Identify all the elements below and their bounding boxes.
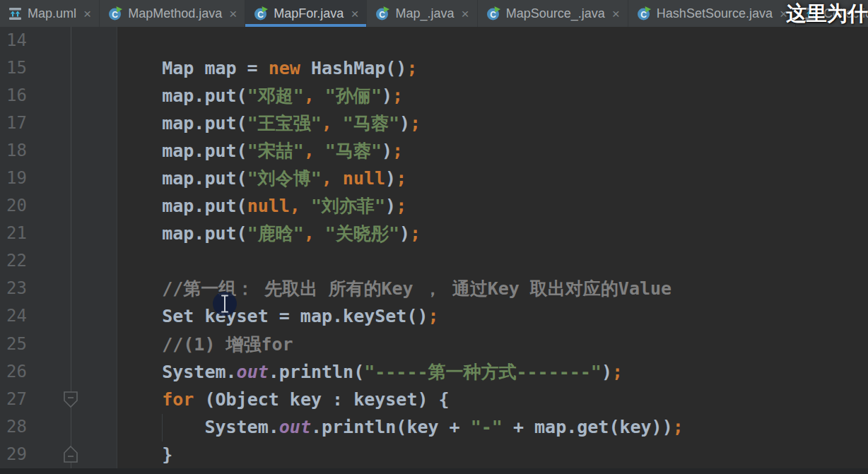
token-plain: System.: [119, 362, 237, 382]
code-line-19[interactable]: 19 map.put("刘令博", null);: [0, 165, 868, 192]
token-string: "马蓉": [325, 141, 382, 161]
token-plain: Set keyset = map.keySet(): [119, 306, 428, 326]
token-comment: //第一组： 先取出 所有的Key ， 通过Key 取出对应的Value: [119, 278, 671, 299]
tab-mapfor-java[interactable]: C MapFor.java×: [245, 0, 367, 27]
close-tab-icon[interactable]: ×: [612, 7, 620, 20]
code-text: map.put("鹿晗", "关晓彤");: [117, 220, 868, 247]
token-punct: ;: [396, 168, 406, 189]
code-line-20[interactable]: 20 map.put(null, "刘亦菲");: [0, 192, 868, 220]
annotation-overlay-text: 这里为什: [786, 0, 868, 28]
close-tab-icon[interactable]: ×: [83, 7, 91, 20]
code-line-28[interactable]: 28 System.out.println(key + "-" + map.ge…: [0, 413, 868, 441]
code-text: //(1) 增强for: [117, 331, 868, 358]
token-punct: ,: [304, 223, 315, 244]
token-string: "邓超": [247, 85, 304, 106]
code-line-18[interactable]: 18 map.put("宋喆", "马蓉");: [0, 137, 868, 165]
code-line-22[interactable]: 22: [0, 247, 868, 275]
token-plain: [315, 141, 325, 161]
code-line-23[interactable]: 23 //第一组： 先取出 所有的Key ， 通过Key 取出对应的Value: [0, 275, 868, 302]
token-keyword: for: [162, 389, 194, 410]
token-keyword: new: [269, 58, 300, 78]
tab-mapsource-java[interactable]: C MapSource_.java×: [478, 0, 628, 27]
code-line-27[interactable]: 27 for (Object key : keyset) {: [0, 386, 868, 413]
ide-window: Map.uml× C MapMethod.java× C MapFor.java…: [0, 0, 868, 474]
code-line-29[interactable]: 29 }: [0, 441, 868, 468]
line-number: 22: [0, 247, 117, 275]
line-number: 14: [0, 27, 117, 54]
token-string: "鹿晗": [247, 223, 304, 244]
token-plain: ): [385, 196, 396, 216]
code-line-17[interactable]: 17 map.put("王宝强", "马蓉");: [0, 109, 868, 137]
tab-map-uml[interactable]: Map.uml×: [0, 0, 100, 27]
i-beam-icon: [220, 294, 230, 314]
token-plain: map.put(: [119, 141, 247, 161]
tab-label: Map.uml: [28, 6, 76, 21]
editor-tab-bar: Map.uml× C MapMethod.java× C MapFor.java…: [0, 0, 868, 27]
token-punct: ,: [290, 196, 300, 216]
close-tab-icon[interactable]: ×: [462, 7, 469, 20]
window-bottom-edge: [0, 468, 868, 474]
token-string: "-": [471, 417, 503, 437]
fold-collapse-end-icon[interactable]: [62, 445, 79, 463]
text-cursor-pointer: [213, 292, 237, 316]
code-line-15[interactable]: 15 Map map = new HashMap();: [0, 54, 868, 82]
code-line-25[interactable]: 25 //(1) 增强for: [0, 331, 868, 358]
tab-mapmethod-java[interactable]: C MapMethod.java×: [100, 0, 245, 27]
code-text: map.put("宋喆", "马蓉");: [117, 137, 868, 165]
code-text: map.put(null, "刘亦菲");: [117, 192, 868, 220]
token-string: "孙俪": [325, 85, 382, 106]
java-class-icon: C: [486, 6, 501, 21]
code-line-21[interactable]: 21 map.put("鹿晗", "关晓彤");: [0, 220, 868, 247]
code-text: [117, 247, 868, 275]
token-plain: Map map =: [119, 58, 269, 78]
token-punct: ;: [428, 306, 439, 326]
line-number: 23: [0, 275, 117, 302]
close-tab-icon[interactable]: ×: [229, 7, 237, 20]
close-tab-icon[interactable]: ×: [351, 7, 358, 20]
token-plain: [300, 196, 311, 216]
token-plain: [315, 85, 325, 106]
token-string: "关晓彤": [325, 223, 399, 244]
token-plain: ): [382, 141, 392, 161]
line-number: 15: [0, 54, 117, 82]
token-plain: .println(key +: [311, 417, 471, 437]
token-punct: ;: [396, 196, 406, 216]
token-plain: ): [399, 113, 410, 134]
token-plain: [119, 389, 162, 410]
line-number: 21: [0, 220, 117, 247]
line-number: 28: [0, 413, 117, 441]
token-plain: (Object key : keyset) {: [194, 389, 449, 410]
token-plain: ): [385, 168, 396, 189]
line-number: 19: [0, 165, 117, 192]
tab-map-java[interactable]: C Map_.java×: [367, 0, 477, 27]
token-keyword: null: [247, 196, 290, 216]
tab-label: HashSetSource.java: [657, 6, 773, 21]
token-string: "宋喆": [247, 141, 304, 161]
code-line-24[interactable]: 24 Set keyset = map.keySet();: [0, 302, 868, 330]
code-line-14[interactable]: 14: [0, 27, 868, 54]
tab-hashsetsource-java[interactable]: C HashSetSource.java×: [628, 0, 796, 27]
java-class-icon: C: [253, 6, 269, 21]
token-string: "马蓉": [343, 113, 399, 134]
code-text: }: [117, 441, 868, 468]
token-plain: ): [602, 362, 612, 382]
java-class-icon: C: [375, 6, 390, 21]
token-punct: ;: [392, 85, 403, 106]
token-plain: map.put(: [119, 113, 247, 134]
code-line-26[interactable]: 26 System.out.println("-----第一种方式-------…: [0, 358, 868, 386]
token-comment: //(1) 增强for: [119, 334, 293, 355]
uml-diagram-icon: [8, 6, 23, 21]
fold-collapse-start-icon[interactable]: [62, 391, 79, 409]
code-text: map.put("刘令博", null);: [117, 165, 868, 192]
code-text: [117, 27, 868, 54]
token-punct: ,: [304, 85, 315, 106]
line-number: 18: [0, 137, 117, 165]
token-plain: System.: [119, 417, 279, 437]
token-string: "王宝强": [247, 113, 322, 134]
code-editor[interactable]: 1415 Map map = new HashMap();16 map.put(…: [0, 27, 868, 468]
code-line-16[interactable]: 16 map.put("邓超", "孙俪");: [0, 82, 868, 109]
line-number: 20: [0, 192, 117, 220]
line-number: 16: [0, 82, 117, 109]
line-number: 24: [0, 302, 117, 330]
token-plain: [332, 168, 343, 189]
